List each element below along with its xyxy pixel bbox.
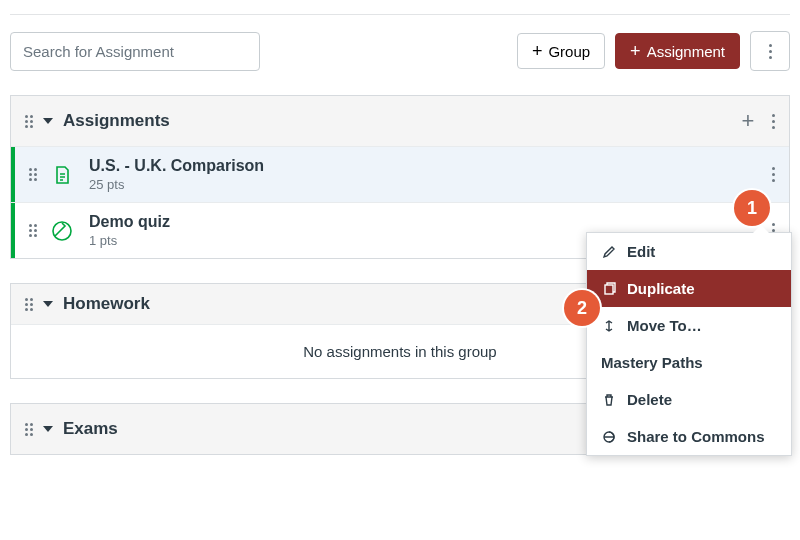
ellipsis-icon (769, 44, 772, 59)
menu-move-to[interactable]: Move To… (587, 307, 791, 344)
trash-icon (601, 393, 617, 407)
assignment-points: 25 pts (89, 177, 264, 192)
drag-handle-icon[interactable] (29, 168, 37, 181)
assignment-title: U.S. - U.K. Comparison (89, 157, 264, 175)
callout-label: 1 (747, 198, 757, 219)
drag-handle-icon[interactable] (25, 423, 33, 436)
assignment-title: Demo quiz (89, 213, 170, 231)
move-icon (601, 319, 617, 333)
menu-label: Edit (627, 243, 655, 260)
menu-mastery-paths[interactable]: Mastery Paths (587, 344, 791, 381)
menu-delete[interactable]: Delete (587, 381, 791, 418)
drag-handle-icon[interactable] (25, 298, 33, 311)
quiz-icon (51, 221, 73, 241)
caret-down-icon (43, 118, 53, 124)
caret-down-icon (43, 426, 53, 432)
drag-handle-icon[interactable] (29, 224, 37, 237)
row-text: U.S. - U.K. Comparison 25 pts (89, 157, 264, 192)
menu-label: Delete (627, 391, 672, 408)
context-menu: Edit Duplicate Move To… Mastery Paths De… (586, 232, 792, 456)
callout-1: 1 (734, 190, 770, 226)
group-header[interactable]: Assignments + (11, 96, 789, 146)
assignment-points: 1 pts (89, 233, 170, 248)
group-title: Assignments (63, 111, 170, 131)
group-title: Exams (63, 419, 118, 439)
search-input[interactable] (10, 32, 260, 71)
add-assignment-label: Assignment (647, 43, 725, 60)
plus-icon: + (630, 42, 641, 60)
page-more-button[interactable] (750, 31, 790, 71)
caret-down-icon (43, 301, 53, 307)
menu-label: Mastery Paths (601, 354, 703, 371)
row-more-button[interactable] (772, 167, 775, 182)
assignment-row[interactable]: U.S. - U.K. Comparison 25 pts (11, 146, 789, 202)
add-group-button[interactable]: + Group (517, 33, 605, 69)
menu-duplicate[interactable]: Duplicate (587, 270, 791, 307)
menu-share-commons[interactable]: Share to Commons (587, 418, 791, 455)
toolbar: + Group + Assignment (10, 31, 790, 71)
menu-label: Share to Commons (627, 428, 765, 445)
drag-handle-icon[interactable] (25, 115, 33, 128)
group-more-button[interactable] (772, 114, 775, 129)
callout-label: 2 (577, 298, 587, 319)
svg-rect-1 (605, 285, 613, 294)
divider (10, 14, 790, 15)
svg-point-0 (53, 222, 71, 240)
callout-2: 2 (564, 290, 600, 326)
menu-edit[interactable]: Edit (587, 233, 791, 270)
add-assignment-button[interactable]: + Assignment (615, 33, 740, 69)
duplicate-icon (601, 282, 617, 296)
share-icon (601, 430, 617, 444)
plus-icon: + (532, 42, 543, 60)
group-title: Homework (63, 294, 150, 314)
pencil-icon (601, 245, 617, 259)
add-group-label: Group (548, 43, 590, 60)
assignment-icon (51, 165, 73, 185)
row-text: Demo quiz 1 pts (89, 213, 170, 248)
group-add-button[interactable]: + (736, 108, 760, 134)
menu-label: Move To… (627, 317, 702, 334)
menu-label: Duplicate (627, 280, 695, 297)
